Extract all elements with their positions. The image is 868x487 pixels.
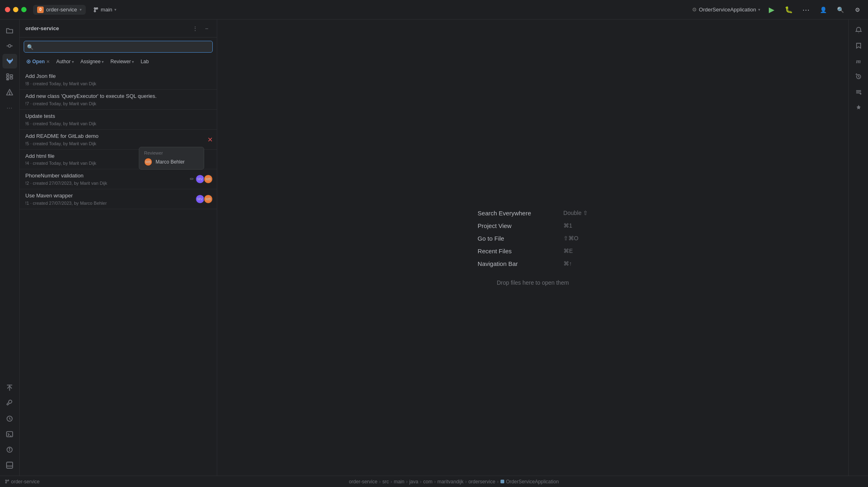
shortcut-name: Go to File — [478, 235, 559, 242]
sidebar-icon-annotate[interactable] — [851, 85, 866, 100]
breadcrumb-separator: › — [465, 479, 467, 485]
svg-point-34 — [5, 482, 7, 483]
mr-close-icon[interactable]: ✕ — [207, 135, 213, 143]
shortcut-row: Navigation Bar ⌘↑ — [478, 260, 572, 267]
sidebar-icon-bottom[interactable] — [2, 458, 17, 472]
panel-more-icon[interactable]: ⋮ — [191, 24, 200, 33]
mr-item[interactable]: Add Json file !8 · created Today, by Mar… — [20, 70, 217, 90]
avatar: MV — [196, 195, 205, 204]
sidebar-icon-gitlab[interactable] — [2, 54, 17, 69]
maximize-button[interactable] — [21, 7, 27, 12]
breadcrumb-separator: › — [379, 479, 381, 485]
mr-meta: !1 · created 27/07/2023, by Marco Behler — [25, 201, 211, 206]
shortcut-row: Recent Files ⌘E — [478, 248, 573, 255]
run-button[interactable]: ▶ — [766, 4, 777, 15]
sidebar-icon-folder[interactable] — [2, 23, 17, 38]
branch-icon — [93, 7, 99, 13]
shortcut-name: Search Everywhere — [478, 210, 559, 217]
mr-panel: order-service ⋮ − 🔍 Open ✕ Author ▾ Assi — [20, 20, 217, 476]
svg-rect-38 — [501, 480, 504, 483]
mr-title: Add new class 'QueryExecutor' to execute… — [25, 93, 211, 100]
mr-item[interactable]: Update tests !6 · created Today, by Mari… — [20, 110, 217, 130]
edit-icon[interactable]: ✏ — [190, 176, 194, 182]
filter-open-close-icon[interactable]: ✕ — [46, 59, 50, 64]
title-bar-right: ⚙ OrderServiceApplication ▾ ▶ 🐛 ⋯ 👤 🔍 ⚙ — [692, 4, 863, 15]
svg-point-15 — [9, 94, 10, 94]
shortcut-keys: ⌘↑ — [563, 260, 572, 267]
git-branch-status[interactable]: order-service — [5, 479, 40, 485]
search-input[interactable] — [24, 41, 213, 53]
branch-selector[interactable]: main ▾ — [89, 5, 120, 14]
filter-author[interactable]: Author ▾ — [54, 58, 76, 66]
filter-reviewer-label: Reviewer — [110, 59, 131, 64]
filter-label[interactable]: Lab — [138, 58, 151, 66]
mr-item[interactable]: PhoneNumber validation !2 · created 27/0… — [20, 169, 217, 189]
breadcrumb-separator: › — [406, 479, 407, 485]
mr-title: Update tests — [25, 113, 211, 120]
breadcrumb-separator: › — [420, 479, 421, 485]
search-button[interactable]: 🔍 — [835, 4, 846, 15]
more-options-button[interactable]: ⋯ — [800, 4, 812, 15]
svg-point-1 — [94, 10, 96, 12]
mr-item[interactable]: Add new class 'QueryExecutor' to execute… — [20, 90, 217, 110]
app-selector[interactable]: ⚙ OrderServiceApplication ▾ — [692, 7, 760, 13]
filter-open-label: Open — [32, 59, 45, 64]
shortcut-keys: ⌘1 — [563, 222, 572, 229]
search-icon: 🔍 — [27, 44, 33, 50]
breadcrumb-item[interactable]: maritvandijk — [437, 479, 463, 485]
minimize-button[interactable] — [13, 7, 18, 12]
breadcrumb-item[interactable]: java — [409, 479, 418, 485]
sidebar-icon-notifications[interactable] — [851, 23, 866, 38]
sidebar-icon-issues[interactable] — [2, 85, 17, 100]
svg-rect-24 — [7, 462, 13, 468]
mr-meta: !2 · created 27/07/2023, by Marit van Di… — [25, 181, 211, 186]
project-selector[interactable]: 0 order-service ▾ — [33, 5, 86, 15]
sidebar-icon-structure[interactable] — [2, 69, 17, 84]
breadcrumb-separator: › — [390, 479, 392, 485]
settings-button[interactable]: ⚙ — [852, 4, 863, 15]
debug-button[interactable]: 🐛 — [783, 4, 795, 15]
svg-rect-8 — [7, 74, 9, 75]
sidebar-icon-commit[interactable] — [2, 38, 17, 53]
filter-assignee[interactable]: Assignee ▾ — [78, 58, 106, 66]
profile-button[interactable]: 👤 — [817, 4, 829, 15]
sidebar-icon-terminal[interactable] — [2, 427, 17, 441]
breadcrumb-item[interactable]: OrderServiceApplication — [500, 479, 559, 485]
breadcrumb-item[interactable]: com — [423, 479, 432, 485]
shortcut-name: Recent Files — [478, 248, 559, 255]
breadcrumb-item[interactable]: src — [382, 479, 389, 485]
mr-item[interactable]: Use Maven wrapper !1 · created 27/07/202… — [20, 189, 217, 209]
app-name: OrderServiceApplication — [699, 7, 756, 13]
filter-reviewer[interactable]: Reviewer ▾ — [108, 58, 136, 66]
mr-item-actions: MV MB — [196, 195, 213, 204]
svg-rect-19 — [7, 432, 13, 437]
filter-bar: Open ✕ Author ▾ Assignee ▾ Reviewer ▾ La… — [20, 56, 217, 68]
project-name: order-service — [46, 7, 77, 13]
mr-item-actions: ✕ — [207, 135, 213, 143]
sidebar-icon-history[interactable] — [851, 69, 866, 84]
shortcut-keys: ⌘E — [563, 248, 573, 254]
filter-open[interactable]: Open ✕ — [24, 58, 52, 66]
sidebar-icon-cicd[interactable] — [2, 411, 17, 426]
filter-assignee-chevron-icon: ▾ — [102, 60, 104, 64]
breadcrumb-item[interactable]: order-service — [349, 479, 377, 485]
sidebar-icon-more[interactable]: ··· — [2, 100, 17, 115]
sidebar-icon-wrench[interactable] — [2, 396, 17, 410]
right-sidebar: m — [848, 20, 868, 476]
breadcrumb-item[interactable]: orderservice — [468, 479, 495, 485]
mr-list: Add Json file !8 · created Today, by Mar… — [20, 68, 217, 476]
breadcrumb-item[interactable]: main — [394, 479, 404, 485]
panel-minimize-icon[interactable]: − — [202, 24, 211, 33]
sidebar-icon-deploy[interactable] — [2, 380, 17, 395]
sidebar-icon-plugin[interactable]: m — [851, 54, 866, 69]
search-bar: 🔍 — [24, 41, 213, 53]
mr-item-actions: ✏ MV MB — [190, 175, 213, 184]
app-chevron-icon: ▾ — [758, 7, 760, 12]
panel-title: order-service — [25, 25, 187, 31]
svg-point-5 — [8, 44, 11, 47]
close-button[interactable] — [5, 7, 10, 12]
sidebar-icon-magic[interactable] — [851, 100, 866, 115]
svg-rect-12 — [10, 77, 13, 79]
sidebar-icon-info[interactable] — [2, 442, 17, 457]
sidebar-icon-bookmarks[interactable] — [851, 38, 866, 53]
